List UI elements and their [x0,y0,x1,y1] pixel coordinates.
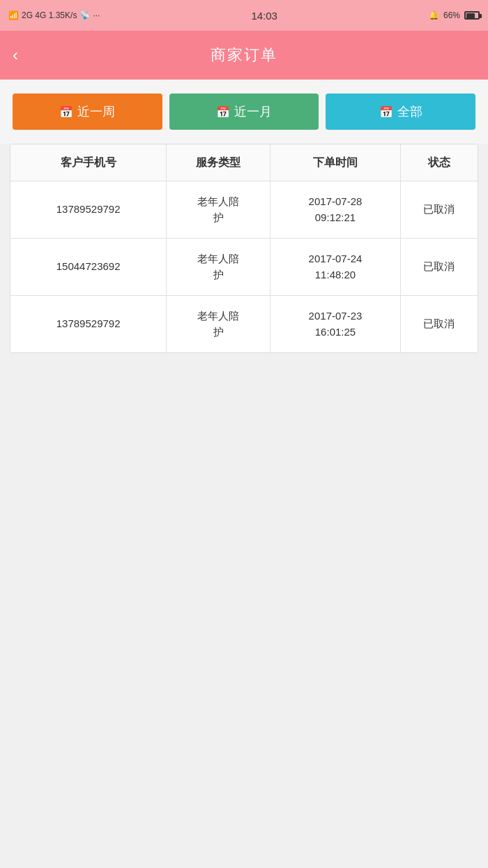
filter-all-label: 全部 [397,103,422,120]
network-speed: 2G 4G 1.35K/s [22,10,77,20]
cell-status-1: 已取消 [401,181,478,238]
col-header-type: 服务类型 [167,144,270,181]
filter-bar: 📅 近一周 📅 近一月 📅 全部 [0,80,488,144]
alarm-icon: 🔔 [429,10,439,20]
filter-month-label: 近一月 [234,103,272,120]
page-header: ‹ 商家订单 [0,31,488,80]
status-left: 📶 2G 4G 1.35K/s 📡 ··· [8,10,100,20]
col-header-phone: 客户手机号 [10,144,166,181]
filter-month-button[interactable]: 📅 近一月 [169,93,319,130]
table-row[interactable]: 15044723692 老年人陪护 2017-07-24 11:48:20 已取… [10,239,478,296]
filter-week-label: 近一周 [77,103,115,120]
back-button[interactable]: ‹ [13,45,18,65]
cell-time-1: 2017-07-28 09:12:21 [270,181,400,238]
cell-time-2: 2017-07-24 11:48:20 [270,239,400,295]
calendar-icon: 📅 [216,105,230,119]
cell-phone-2: 15044723692 [10,239,166,295]
table-header-row: 客户手机号 服务类型 下单时间 状态 [10,144,478,181]
cell-status-2: 已取消 [401,239,478,295]
empty-content-area [0,353,488,772]
filter-week-button[interactable]: 📅 近一周 [13,93,162,130]
table-row[interactable]: 13789529792 老年人陪护 2017-07-28 09:12:21 已取… [10,181,478,239]
status-right: 🔔 66% [429,10,480,20]
status-time: 14:03 [251,10,277,22]
calendar-icon: 📅 [59,105,73,119]
cell-type-2: 老年人陪护 [167,239,270,295]
col-header-time: 下单时间 [270,144,400,181]
cell-type-1: 老年人陪护 [167,181,270,238]
cell-phone-3: 13789529792 [10,296,166,352]
status-bar: 📶 2G 4G 1.35K/s 📡 ··· 14:03 🔔 66% [0,0,488,31]
table-row[interactable]: 13789529792 老年人陪护 2017-07-23 16:01:25 已取… [10,296,478,352]
cell-phone-1: 13789529792 [10,181,166,238]
wifi-icon: 📡 [79,10,90,20]
signal-icon: 📶 [8,10,19,20]
col-header-status: 状态 [401,144,478,181]
cell-status-3: 已取消 [401,296,478,352]
cell-type-3: 老年人陪护 [167,296,270,352]
filter-all-button[interactable]: 📅 全部 [326,93,475,130]
cell-time-3: 2017-07-23 16:01:25 [270,296,400,352]
calendar-icon: 📅 [379,105,393,119]
battery-icon [464,11,480,20]
orders-table: 客户手机号 服务类型 下单时间 状态 13789529792 老年人陪护 201… [10,144,478,353]
more-icon: ··· [93,10,100,20]
page-title: 商家订单 [211,45,277,66]
battery-percent: 66% [443,10,460,20]
